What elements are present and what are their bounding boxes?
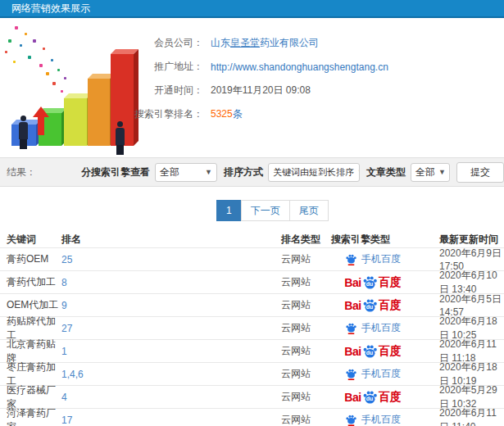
- promo-url-label: 推广地址：: [121, 60, 203, 74]
- baidu-paw-icon: [345, 253, 357, 265]
- col-rank: 排名: [61, 233, 281, 247]
- page-title: 网络营销效果展示: [11, 2, 90, 16]
- rank-type-cell: 云网站: [281, 390, 328, 404]
- account-info: 会员公司： 山东皇圣堂药业有限公司 推广地址： http://www.shand…: [121, 31, 388, 126]
- engine-rank-label: 搜索引擎排名：: [121, 107, 203, 121]
- article-type-select[interactable]: 全部 ▼: [411, 163, 450, 182]
- col-updated: 最新更新时间: [418, 233, 504, 247]
- filter-controls: 分搜索引擎查看 全部 ▼ 排序方式 关键词由短到长排序 ▼ 文章类型 全部 ▼ …: [75, 162, 504, 183]
- baidu-paw-icon: du: [362, 344, 378, 359]
- submit-button[interactable]: 提交: [456, 162, 504, 183]
- chevron-down-icon: ▼: [205, 168, 212, 176]
- rank-type-cell: 云网站: [281, 275, 328, 289]
- rank-type-cell: 云网站: [281, 252, 328, 266]
- result-label: 结果：: [7, 165, 36, 179]
- rank-count: 5325: [211, 108, 233, 120]
- baidu-logo: Bai du 百度: [344, 390, 401, 405]
- mobile-baidu-logo: 手机百度: [345, 252, 401, 266]
- growth-arrow-icon: [33, 106, 49, 117]
- rank-link[interactable]: 27: [61, 323, 281, 334]
- baidu-paw-icon: du: [362, 275, 378, 290]
- table-row: 医疗器械厂家 4 云网站 Bai du 百度 2020年5月29日 10:32: [0, 385, 504, 408]
- keyword-rank-table: 关键词 排名 排名类型 搜索引擎类型 最新更新时间 膏药OEM 25 云网站 手…: [0, 231, 504, 426]
- col-keyword: 关键词: [0, 233, 61, 247]
- mobile-baidu-logo: 手机百度: [345, 413, 401, 426]
- pagination: 1 下一页 尾页: [217, 200, 504, 221]
- info-section: 会员公司： 山东皇圣堂药业有限公司 推广地址： http://www.shand…: [0, 18, 504, 157]
- keyword-cell: 膏药代加工: [0, 275, 61, 289]
- keyword-cell: 膏药OEM: [0, 252, 61, 266]
- rank-link[interactable]: 4: [61, 392, 281, 403]
- keyword-cell: OEM代加工: [0, 298, 61, 312]
- promo-url-link[interactable]: http://www.shandonghuangshengtang.cn: [211, 61, 388, 73]
- rank-link[interactable]: 25: [61, 254, 281, 265]
- baidu-paw-icon: du: [362, 390, 378, 405]
- mobile-baidu-logo: 手机百度: [345, 367, 401, 381]
- engine-filter-label: 分搜索引擎查看: [81, 165, 150, 179]
- rank-type-cell: 云网站: [281, 367, 328, 381]
- table-row: 膏药OEM 25 云网站 手机百度 2020年6月9日 17:50: [0, 247, 504, 270]
- sort-filter-select[interactable]: 关键词由短到长排序 ▼: [268, 163, 360, 182]
- mobile-baidu-logo: 手机百度: [345, 321, 401, 335]
- table-row: OEM代加工 9 云网站 Bai du 百度 2020年6月5日 14:57: [0, 293, 504, 316]
- engine-cell: 手机百度: [328, 252, 418, 266]
- rank-link[interactable]: 1: [61, 346, 281, 357]
- rank-unit: 条: [233, 108, 243, 120]
- open-time-label: 开通时间：: [121, 84, 203, 97]
- keyword-cell: 菏泽膏药厂家: [0, 406, 61, 426]
- engine-cell: Bai du 百度: [328, 275, 418, 290]
- filter-bar: 结果： 分搜索引擎查看 全部 ▼ 排序方式 关键词由短到长排序 ▼ 文章类型 全…: [0, 157, 504, 187]
- engine-cell: 手机百度: [328, 413, 418, 426]
- chart-bar-yellow: [64, 98, 87, 146]
- col-rank-type: 排名类型: [281, 233, 328, 247]
- page-1-button[interactable]: 1: [216, 200, 242, 221]
- baidu-paw-icon: [345, 322, 357, 334]
- rank-type-cell: 云网站: [281, 413, 328, 426]
- rank-link[interactable]: 9: [61, 300, 281, 311]
- chevron-down-icon: ▼: [357, 168, 360, 176]
- article-type-label: 文章类型: [366, 165, 406, 179]
- engine-filter-select[interactable]: 全部 ▼: [155, 163, 217, 182]
- rank-type-cell: 云网站: [281, 344, 328, 358]
- table-header: 关键词 排名 排名类型 搜索引擎类型 最新更新时间: [0, 231, 504, 247]
- table-row: 北京膏药贴牌 1 云网站 Bai du 百度 2020年6月11日 11:18: [0, 339, 504, 362]
- baidu-paw-icon: [345, 368, 357, 380]
- baidu-logo: Bai du 百度: [344, 275, 401, 290]
- col-engine-type: 搜索引擎类型: [328, 233, 418, 247]
- rank-link[interactable]: 17: [61, 415, 281, 426]
- rank-type-cell: 云网站: [281, 321, 328, 335]
- table-row: 菏泽膏药厂家 17 云网站 手机百度 2020年6月11日 11:40: [0, 408, 504, 426]
- updated-cell: 2020年6月11日 11:40: [418, 406, 504, 426]
- last-page-button[interactable]: 尾页: [289, 200, 329, 221]
- header-bar: 网络营销效果展示: [0, 0, 504, 18]
- engine-cell: Bai du 百度: [328, 344, 418, 359]
- rank-link[interactable]: 8: [61, 277, 281, 288]
- promo-url-row: 推广地址： http://www.shandonghuangshengtang.…: [121, 55, 388, 79]
- engine-cell: Bai du 百度: [328, 298, 418, 313]
- baidu-logo: Bai du 百度: [344, 298, 401, 313]
- open-time-row: 开通时间： 2019年11月20日 09:08: [121, 79, 388, 102]
- sort-filter-label: 排序方式: [224, 165, 263, 179]
- table-row: 药贴牌代加工 27 云网站 手机百度 2020年6月18日 10:25: [0, 316, 504, 339]
- engine-cell: 手机百度: [328, 321, 418, 335]
- next-page-button[interactable]: 下一页: [241, 200, 290, 221]
- company-link[interactable]: 山东皇圣堂药业有限公司: [211, 36, 319, 50]
- rank-link[interactable]: 1,4,6: [61, 369, 281, 380]
- engine-cell: 手机百度: [328, 367, 418, 381]
- table-row: 膏药代加工 8 云网站 Bai du 百度 2020年6月10日 13:40: [0, 270, 504, 293]
- engine-rank-value: 5325条: [211, 107, 243, 121]
- rank-type-cell: 云网站: [281, 298, 328, 312]
- company-label: 会员公司：: [121, 36, 203, 50]
- engine-cell: Bai du 百度: [328, 390, 418, 405]
- businessman-right: [116, 121, 125, 155]
- baidu-paw-icon: du: [362, 298, 378, 313]
- baidu-paw-icon: [345, 414, 357, 426]
- table-row: 枣庄膏药加工 1,4,6 云网站 手机百度 2020年6月18日 10:19: [0, 362, 504, 385]
- engine-rank-row: 搜索引擎排名： 5325条: [121, 102, 388, 126]
- company-row: 会员公司： 山东皇圣堂药业有限公司: [121, 31, 388, 55]
- chart-bar-orange: [88, 79, 110, 146]
- baidu-logo: Bai du 百度: [344, 344, 401, 359]
- open-time-value: 2019年11月20日 09:08: [211, 84, 311, 97]
- businessman-left: [19, 116, 28, 149]
- chevron-down-icon: ▼: [438, 168, 446, 176]
